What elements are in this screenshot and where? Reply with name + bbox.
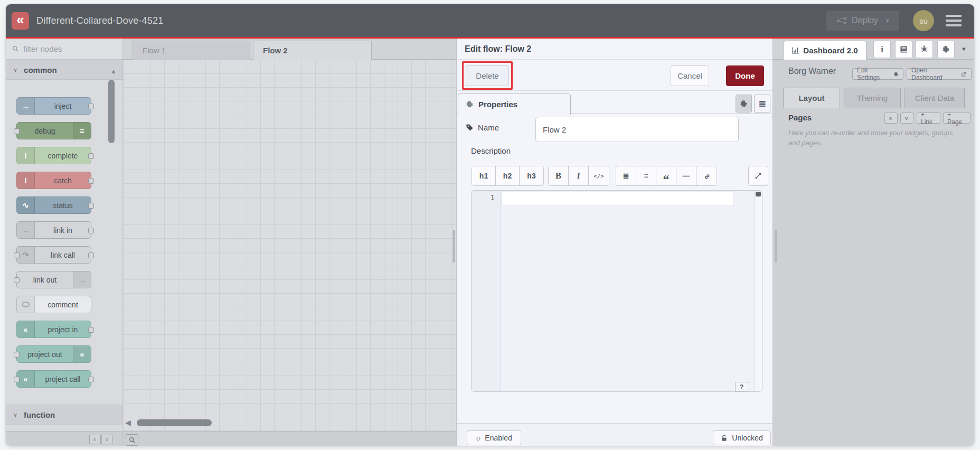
palette-category-function[interactable]: ∨ function: [6, 405, 123, 425]
expand-editor-button[interactable]: [748, 166, 768, 186]
node-input-port[interactable]: [14, 277, 20, 283]
link-call-icon: ↷: [17, 247, 35, 263]
flow-enabled-toggle[interactable]: ○ Enabled: [467, 430, 521, 445]
chevron-down-icon: ∨: [13, 67, 17, 73]
tab-dashboard-2[interactable]: Dashboard 2.0: [783, 41, 866, 60]
node-output-port[interactable]: [88, 153, 94, 159]
expand-all-button[interactable]: »: [101, 435, 113, 444]
h1-button[interactable]: h1: [472, 166, 496, 185]
editor-scrollbar-thumb[interactable]: [756, 192, 761, 196]
main-menu-button[interactable]: [946, 15, 962, 26]
insert-link-button[interactable]: ∞: [696, 166, 717, 185]
help-tab-button[interactable]: [895, 41, 912, 58]
edit-flow-title: Edit flow: Flow 2: [457, 39, 772, 60]
node-output-port[interactable]: [88, 327, 94, 333]
move-down-button[interactable]: »: [900, 112, 913, 124]
deploy-button[interactable]: Deploy ▾: [826, 11, 899, 31]
node-input-port[interactable]: [14, 352, 20, 358]
palette-node[interactable]: → link in: [16, 221, 91, 239]
done-button[interactable]: Done: [726, 65, 764, 86]
node-output-port[interactable]: [88, 228, 94, 233]
tab-flow-2[interactable]: Flow 2: [253, 41, 372, 60]
cancel-button[interactable]: Cancel: [671, 65, 709, 86]
node-output-port[interactable]: [88, 252, 94, 258]
collapse-all-button[interactable]: «: [89, 435, 101, 444]
flow-name-input[interactable]: Flow 2: [535, 117, 739, 142]
pages-helper-text: Here you can re-order and move your widg…: [788, 128, 957, 148]
palette-category-common[interactable]: ∨ common: [6, 60, 123, 80]
node-output-port[interactable]: [88, 377, 94, 382]
editor-active-line[interactable]: [501, 192, 733, 206]
node-input-port[interactable]: [14, 377, 20, 382]
double-chevron-down-icon: »: [903, 116, 911, 120]
h2-button[interactable]: h2: [496, 166, 520, 185]
flow-name-row: Name Flow 2: [457, 114, 772, 146]
palette-filter-input[interactable]: filter nodes: [6, 39, 123, 60]
exclamation-icon: !: [17, 172, 35, 189]
palette-scrollbar[interactable]: [108, 80, 115, 143]
debug-tab-button[interactable]: [916, 41, 933, 58]
workspace-zoom-button[interactable]: [126, 434, 138, 446]
palette-node[interactable]: « project call: [16, 370, 91, 388]
sidebar-menu-caret[interactable]: ▾: [962, 45, 966, 53]
move-up-button[interactable]: «: [884, 112, 898, 124]
deploy-caret-icon[interactable]: ▾: [886, 17, 889, 24]
edit-settings-button[interactable]: Edit Settings: [852, 68, 903, 80]
palette-node[interactable]: project out «: [16, 345, 91, 363]
ordered-list-button[interactable]: ≣: [616, 166, 636, 185]
palette-category-label: function: [24, 410, 55, 419]
config-tab-button[interactable]: [937, 41, 955, 58]
tab-client-data[interactable]: Client Data: [904, 88, 965, 108]
description-editor[interactable]: 1: [471, 190, 762, 392]
palette-node[interactable]: « project in: [16, 321, 91, 338]
italic-button[interactable]: I: [569, 166, 589, 185]
palette-scroll-up-icon[interactable]: ▲: [110, 68, 117, 74]
workspace-grid[interactable]: [123, 60, 456, 431]
info-tab-button[interactable]: i: [873, 41, 891, 58]
tab-properties[interactable]: Properties: [458, 93, 571, 115]
unordered-list-button[interactable]: ≡: [636, 166, 656, 185]
node-output-port[interactable]: [88, 178, 94, 184]
node-input-port[interactable]: [14, 252, 20, 258]
palette-node[interactable]: → inject: [16, 97, 91, 115]
delete-button[interactable]: Delete: [466, 65, 509, 86]
palette-node[interactable]: link out →: [16, 271, 91, 288]
add-link-button[interactable]: + Link: [917, 112, 940, 124]
palette-node[interactable]: ! complete: [16, 147, 91, 164]
add-page-button[interactable]: + Page: [943, 112, 970, 124]
editor-scrollbar-track[interactable]: [754, 191, 762, 391]
lines-icon: ≡: [73, 123, 91, 139]
editor-line-gutter: 1: [472, 191, 501, 391]
scroll-left-icon[interactable]: ◀: [125, 419, 131, 426]
h3-button[interactable]: h3: [520, 166, 543, 185]
palette-node[interactable]: comment: [16, 296, 91, 313]
edit-description-toggle-button[interactable]: [736, 95, 752, 112]
node-output-port[interactable]: [88, 104, 94, 109]
left-panel-drag-handle[interactable]: [453, 230, 455, 262]
palette-node[interactable]: ∿ status: [16, 196, 91, 214]
editor-help-button[interactable]: ?: [735, 382, 748, 392]
palette-node[interactable]: debug ≡: [16, 122, 91, 139]
user-avatar[interactable]: su: [913, 10, 934, 31]
code-button[interactable]: </>: [589, 166, 609, 185]
palette-node[interactable]: ! catch: [16, 172, 91, 189]
list-view-button[interactable]: ≣: [754, 95, 770, 112]
flow-lock-toggle[interactable]: Unlocked: [713, 430, 771, 445]
tab-theming[interactable]: Theming: [844, 88, 901, 108]
tab-flow-1[interactable]: Flow 1: [133, 41, 250, 60]
flow-workspace: Flow 1 Flow 2 ◀: [123, 39, 456, 446]
node-palette: filter nodes ∨ common → inject debug ≡ !…: [6, 39, 123, 446]
heading-toolbar-group: h1 h2 h3: [472, 166, 544, 186]
right-panel-drag-handle[interactable]: [775, 230, 777, 262]
horizontal-rule-button[interactable]: —: [676, 166, 696, 185]
blockquote-button[interactable]: “: [656, 166, 676, 185]
bold-button[interactable]: B: [549, 166, 569, 185]
node-output-port[interactable]: [88, 203, 94, 209]
node-input-port[interactable]: [14, 128, 20, 134]
tab-layout[interactable]: Layout: [783, 88, 840, 108]
list-icon: ≣: [758, 98, 766, 109]
workspace-horizontal-scrollbar[interactable]: [137, 419, 212, 426]
edit-flow-tabs-row: Properties ≣: [457, 91, 772, 114]
palette-node[interactable]: ↷ link call: [16, 246, 91, 264]
open-dashboard-button[interactable]: Open Dashboard: [907, 68, 972, 80]
